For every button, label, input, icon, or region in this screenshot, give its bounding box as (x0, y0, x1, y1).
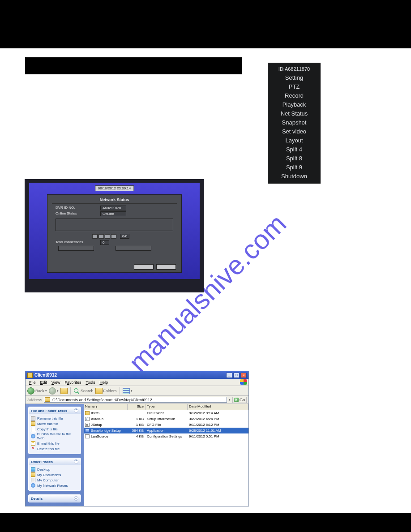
up-button[interactable] (60, 388, 68, 394)
menu-edit[interactable]: Edit (38, 380, 50, 385)
file-row[interactable]: LanSource4 KBConfiguration Settings9/11/… (84, 433, 248, 439)
menu-item-record[interactable]: Record (268, 91, 321, 100)
ns-ok-button[interactable] (134, 264, 154, 270)
maximize-button[interactable]: □ (233, 373, 240, 378)
file-date: 9/11/2012 5:12 PM (188, 423, 248, 427)
file-icon (85, 429, 90, 433)
menu-item-layout[interactable]: Layout (268, 136, 321, 145)
file-date: 3/27/2012 4:24 PM (188, 417, 248, 421)
list-header: Name ▴ Size Type Date Modified (84, 404, 248, 410)
file-size: 584 KB (128, 429, 146, 433)
menu-favorites[interactable]: Favorites (62, 380, 83, 385)
task-email[interactable]: E-mail this file (31, 441, 78, 446)
go-button[interactable]: Go (232, 397, 247, 403)
menu-item-split8[interactable]: Split 8 (268, 154, 321, 163)
ns-title: Network Status (47, 195, 181, 202)
ns-listbox (56, 219, 173, 231)
file-row[interactable]: IDCSFile Folder9/12/2012 9:14 AM (84, 410, 248, 416)
menu-item-split4[interactable]: Split 4 (268, 145, 321, 154)
task-publish[interactable]: Publish this file to the Web (31, 432, 78, 441)
menu-item-setting[interactable]: Setting (268, 73, 321, 82)
address-folder-icon (45, 397, 50, 402)
folder-icon (27, 373, 33, 378)
menu-view[interactable]: View (49, 380, 62, 385)
black-label-strip (25, 57, 242, 74)
explorer-window: Client0912 _ □ × File Edit View Favorite… (25, 371, 249, 506)
menu-item-set-video[interactable]: Set video (268, 127, 321, 136)
file-size: 1 KB (128, 423, 146, 427)
menu-help[interactable]: Help (97, 380, 110, 385)
menu-item-ptz[interactable]: PTZ (268, 82, 321, 91)
menu-item-playback[interactable]: Playback (268, 100, 321, 109)
panel3-title: Details (31, 497, 43, 501)
menu-tools[interactable]: Tools (83, 380, 97, 385)
place-network[interactable]: My Network Places (31, 483, 78, 488)
task-delete[interactable]: ×Delete this file (31, 446, 78, 451)
place-desktop[interactable]: Desktop (31, 467, 78, 472)
other-places-panel: Other Places⌃ Desktop My Documents My Co… (28, 458, 81, 491)
file-folder-tasks-panel: File and Folder Tasks⌃ Rename this file … (28, 407, 81, 454)
context-menu: ID:A68211870 Setting PTZ Record Playback… (268, 63, 321, 184)
pager-last[interactable] (111, 234, 116, 239)
place-computer[interactable]: My Computer (31, 477, 78, 483)
file-name: Smartbridge Setup (91, 429, 121, 433)
pager-prev[interactable] (98, 234, 104, 239)
menu-item-net-status[interactable]: Net Status (268, 109, 321, 118)
file-date: 9/11/2012 5:51 PM (188, 434, 248, 438)
col-date[interactable]: Date Modified (188, 404, 248, 410)
pager-next[interactable] (105, 234, 110, 239)
address-input[interactable] (44, 397, 227, 403)
menu-item-split9[interactable]: Split 9 (268, 163, 321, 172)
bottom-black-bar (0, 513, 411, 532)
context-id: ID:A68211870 (268, 64, 321, 73)
ns-field-2[interactable] (116, 246, 151, 251)
panel1-title: File and Folder Tasks (31, 409, 67, 413)
file-name: LanSource (91, 434, 108, 438)
address-dropdown[interactable]: ▾ (229, 398, 231, 402)
task-move[interactable]: Move this file (31, 421, 78, 426)
pager-first[interactable] (92, 234, 98, 239)
menu-file[interactable]: File (27, 380, 38, 385)
folders-button[interactable]: Folders (95, 388, 117, 394)
publish-icon (31, 434, 35, 438)
menu-item-snapshot[interactable]: Snapshot (268, 118, 321, 127)
file-row[interactable]: Smartbridge Setup584 KBApplication6/28/2… (84, 428, 248, 433)
go-icon (234, 398, 239, 402)
search-button[interactable]: Search (73, 388, 94, 394)
menu-item-shutdown[interactable]: Shutdown (268, 172, 321, 181)
collapse-icon-2[interactable]: ⌃ (74, 459, 78, 464)
rename-icon (31, 416, 35, 420)
toolbar-sep (70, 387, 71, 395)
col-type[interactable]: Type (146, 404, 188, 410)
panel2-title: Other Places (31, 460, 53, 464)
ns-cancel-button[interactable] (156, 264, 176, 270)
file-name: JSetup (91, 423, 102, 427)
file-icon (85, 417, 90, 421)
col-size[interactable]: Size (128, 404, 146, 410)
file-type: CFG File (146, 423, 188, 427)
close-button[interactable]: × (240, 373, 247, 378)
network-icon (31, 483, 35, 488)
copy-icon (31, 427, 35, 431)
place-documents[interactable]: My Documents (31, 472, 78, 477)
collapse-icon[interactable]: ⌃ (74, 408, 78, 413)
back-button[interactable]: Back▾ (27, 387, 47, 395)
file-row[interactable]: JSetup1 KBCFG File9/11/2012 5:12 PM (84, 422, 248, 428)
ns-field-1[interactable] (58, 246, 94, 251)
views-button[interactable]: ▾ (123, 388, 133, 394)
titlebar: Client0912 _ □ × (26, 371, 248, 379)
minimize-button[interactable]: _ (226, 373, 232, 378)
task-rename[interactable]: Rename this file (31, 416, 78, 421)
file-type: Application (146, 429, 188, 433)
file-type: Setup Information (146, 417, 188, 421)
windows-logo-icon (240, 379, 247, 385)
col-name[interactable]: Name ▴ (84, 404, 128, 410)
file-row[interactable]: Autorun1 KBSetup Information3/27/2012 4:… (84, 416, 248, 422)
task-copy[interactable]: Copy this file (31, 426, 78, 432)
menubar: File Edit View Favorites Tools Help (26, 379, 248, 386)
tasks-pane: File and Folder Tasks⌃ Rename this file … (26, 404, 84, 506)
expand-icon[interactable]: ⌄ (74, 496, 78, 501)
forward-button[interactable]: ▾ (49, 387, 59, 395)
computer-icon (31, 478, 35, 482)
delete-icon: × (31, 446, 35, 451)
